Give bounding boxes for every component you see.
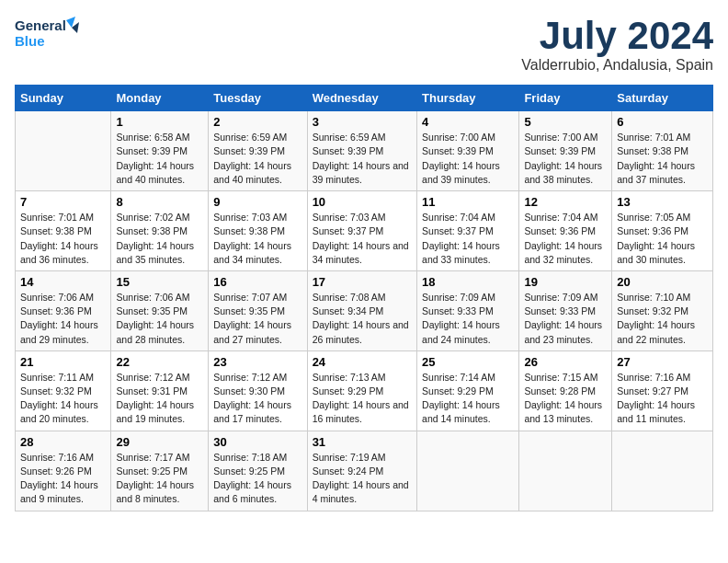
cell-info: Sunrise: 7:10 AM Sunset: 9:32 PM Dayligh…: [617, 291, 708, 347]
cell-info: Sunrise: 7:14 AM Sunset: 9:29 PM Dayligh…: [422, 371, 514, 427]
day-number: 2: [213, 115, 301, 129]
day-number: 22: [116, 355, 203, 369]
calendar-cell: 31 Sunrise: 7:19 AM Sunset: 9:24 PM Dayl…: [307, 431, 416, 511]
calendar-cell: 25 Sunrise: 7:14 AM Sunset: 9:29 PM Dayl…: [417, 350, 519, 431]
calendar-cell: 14 Sunrise: 7:06 AM Sunset: 9:36 PM Dayl…: [16, 270, 111, 350]
day-number: 14: [20, 275, 106, 289]
day-number: 25: [422, 355, 514, 369]
calendar-cell: 24 Sunrise: 7:13 AM Sunset: 9:29 PM Dayl…: [307, 350, 416, 431]
cell-info: Sunrise: 7:12 AM Sunset: 9:30 PM Dayligh…: [213, 371, 301, 427]
calendar-cell: 3 Sunrise: 6:59 AM Sunset: 9:39 PM Dayli…: [307, 111, 416, 191]
cell-info: Sunrise: 7:02 AM Sunset: 9:38 PM Dayligh…: [116, 211, 203, 267]
cell-info: Sunrise: 7:00 AM Sunset: 9:39 PM Dayligh…: [422, 131, 514, 187]
day-number: 8: [116, 195, 203, 209]
calendar-cell: [16, 111, 111, 191]
calendar-cell: 4 Sunrise: 7:00 AM Sunset: 9:39 PM Dayli…: [417, 111, 519, 191]
day-number: 10: [313, 195, 412, 209]
day-number: 26: [524, 355, 607, 369]
day-number: 21: [20, 355, 106, 369]
calendar-cell: 30 Sunrise: 7:18 AM Sunset: 9:25 PM Dayl…: [209, 431, 307, 511]
day-number: 28: [20, 435, 106, 449]
cell-info: Sunrise: 7:06 AM Sunset: 9:35 PM Dayligh…: [116, 291, 203, 347]
day-number: 27: [617, 355, 708, 369]
cell-info: Sunrise: 7:16 AM Sunset: 9:26 PM Dayligh…: [20, 451, 106, 507]
cell-info: Sunrise: 7:18 AM Sunset: 9:25 PM Dayligh…: [213, 451, 301, 507]
day-number: 30: [213, 435, 301, 449]
day-number: 18: [422, 275, 514, 289]
column-header-saturday: Saturday: [612, 86, 713, 111]
cell-info: Sunrise: 6:58 AM Sunset: 9:39 PM Dayligh…: [116, 131, 203, 187]
column-header-sunday: Sunday: [16, 86, 111, 111]
calendar-cell: 23 Sunrise: 7:12 AM Sunset: 9:30 PM Dayl…: [209, 350, 307, 431]
cell-info: Sunrise: 7:01 AM Sunset: 9:38 PM Dayligh…: [20, 211, 106, 267]
calendar-cell: 1 Sunrise: 6:58 AM Sunset: 9:39 PM Dayli…: [111, 111, 209, 191]
svg-text:Blue: Blue: [15, 33, 45, 49]
day-number: 4: [422, 115, 514, 129]
calendar-cell: 29 Sunrise: 7:17 AM Sunset: 9:25 PM Dayl…: [111, 431, 209, 511]
page-title: July 2024: [521, 15, 713, 57]
day-number: 24: [313, 355, 412, 369]
week-row-4: 21 Sunrise: 7:11 AM Sunset: 9:32 PM Dayl…: [16, 350, 713, 431]
calendar-cell: 18 Sunrise: 7:09 AM Sunset: 9:33 PM Dayl…: [417, 270, 519, 350]
cell-info: Sunrise: 7:05 AM Sunset: 9:36 PM Dayligh…: [617, 211, 708, 267]
day-number: 15: [116, 275, 203, 289]
cell-info: Sunrise: 7:11 AM Sunset: 9:32 PM Dayligh…: [20, 371, 106, 427]
cell-info: Sunrise: 7:04 AM Sunset: 9:37 PM Dayligh…: [422, 211, 514, 267]
cell-info: Sunrise: 7:07 AM Sunset: 9:35 PM Dayligh…: [213, 291, 301, 347]
day-number: 7: [20, 195, 106, 209]
calendar-cell: 2 Sunrise: 6:59 AM Sunset: 9:39 PM Dayli…: [209, 111, 307, 191]
title-block: July 2024 Valderrubio, Andalusia, Spain: [521, 15, 713, 74]
calendar-cell: 5 Sunrise: 7:00 AM Sunset: 9:39 PM Dayli…: [519, 111, 612, 191]
calendar-cell: 7 Sunrise: 7:01 AM Sunset: 9:38 PM Dayli…: [16, 191, 111, 271]
cell-info: Sunrise: 7:06 AM Sunset: 9:36 PM Dayligh…: [20, 291, 106, 347]
column-header-tuesday: Tuesday: [209, 86, 307, 111]
column-header-friday: Friday: [519, 86, 612, 111]
column-header-monday: Monday: [111, 86, 209, 111]
day-number: 9: [213, 195, 301, 209]
cell-info: Sunrise: 7:16 AM Sunset: 9:27 PM Dayligh…: [617, 371, 708, 427]
calendar-cell: [612, 431, 713, 511]
cell-info: Sunrise: 6:59 AM Sunset: 9:39 PM Dayligh…: [313, 131, 412, 187]
calendar-cell: [519, 431, 612, 511]
calendar-cell: 17 Sunrise: 7:08 AM Sunset: 9:34 PM Dayl…: [307, 270, 416, 350]
day-number: 23: [213, 355, 301, 369]
cell-info: Sunrise: 7:04 AM Sunset: 9:36 PM Dayligh…: [524, 211, 607, 267]
day-number: 29: [116, 435, 203, 449]
day-number: 19: [524, 275, 607, 289]
calendar-cell: 21 Sunrise: 7:11 AM Sunset: 9:32 PM Dayl…: [16, 350, 111, 431]
day-number: 17: [313, 275, 412, 289]
cell-info: Sunrise: 7:19 AM Sunset: 9:24 PM Dayligh…: [313, 451, 412, 507]
calendar-cell: [417, 431, 519, 511]
calendar-cell: 11 Sunrise: 7:04 AM Sunset: 9:37 PM Dayl…: [417, 191, 519, 271]
cell-info: Sunrise: 7:08 AM Sunset: 9:34 PM Dayligh…: [313, 291, 412, 347]
day-number: 31: [313, 435, 412, 449]
week-row-2: 7 Sunrise: 7:01 AM Sunset: 9:38 PM Dayli…: [16, 191, 713, 271]
calendar-cell: 15 Sunrise: 7:06 AM Sunset: 9:35 PM Dayl…: [111, 270, 209, 350]
day-number: 16: [213, 275, 301, 289]
page-subtitle: Valderrubio, Andalusia, Spain: [521, 57, 713, 74]
day-number: 13: [617, 195, 708, 209]
calendar-cell: 10 Sunrise: 7:03 AM Sunset: 9:37 PM Dayl…: [307, 191, 416, 271]
cell-info: Sunrise: 7:09 AM Sunset: 9:33 PM Dayligh…: [524, 291, 607, 347]
week-row-3: 14 Sunrise: 7:06 AM Sunset: 9:36 PM Dayl…: [16, 270, 713, 350]
svg-text:General: General: [15, 17, 66, 33]
logo-svg: General Blue: [15, 15, 79, 53]
day-number: 12: [524, 195, 607, 209]
day-number: 6: [617, 115, 708, 129]
day-number: 11: [422, 195, 514, 209]
cell-info: Sunrise: 7:00 AM Sunset: 9:39 PM Dayligh…: [524, 131, 607, 187]
calendar-cell: 19 Sunrise: 7:09 AM Sunset: 9:33 PM Dayl…: [519, 270, 612, 350]
calendar-cell: 26 Sunrise: 7:15 AM Sunset: 9:28 PM Dayl…: [519, 350, 612, 431]
calendar-table: SundayMondayTuesdayWednesdayThursdayFrid…: [15, 85, 713, 511]
cell-info: Sunrise: 6:59 AM Sunset: 9:39 PM Dayligh…: [213, 131, 301, 187]
cell-info: Sunrise: 7:13 AM Sunset: 9:29 PM Dayligh…: [313, 371, 412, 427]
page-header: General Blue July 2024 Valderrubio, Anda…: [15, 15, 713, 74]
day-number: 5: [524, 115, 607, 129]
column-header-wednesday: Wednesday: [307, 86, 416, 111]
cell-info: Sunrise: 7:12 AM Sunset: 9:31 PM Dayligh…: [116, 371, 203, 427]
calendar-cell: 9 Sunrise: 7:03 AM Sunset: 9:38 PM Dayli…: [209, 191, 307, 271]
column-header-thursday: Thursday: [417, 86, 519, 111]
day-number: 3: [313, 115, 412, 129]
calendar-cell: 22 Sunrise: 7:12 AM Sunset: 9:31 PM Dayl…: [111, 350, 209, 431]
calendar-cell: 12 Sunrise: 7:04 AM Sunset: 9:36 PM Dayl…: [519, 191, 612, 271]
